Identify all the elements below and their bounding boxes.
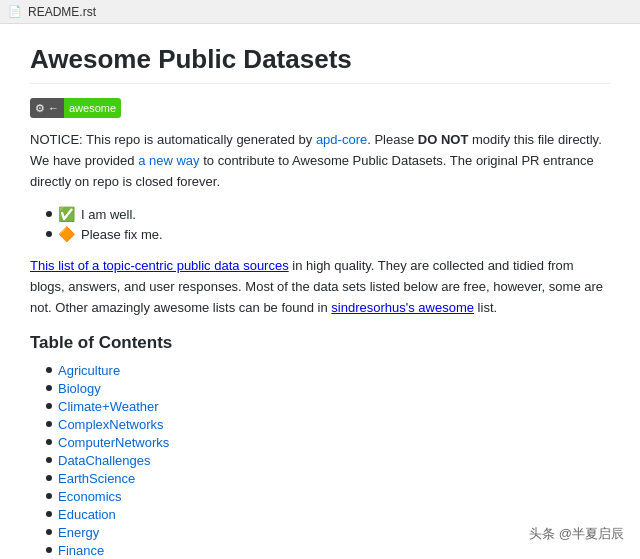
new-way-link[interactable]: a new way [138,153,199,168]
toc-bullet [46,529,52,535]
description-text: This list of a topic-centric public data… [30,256,610,318]
status-list: ✅ I am well. 🔶 Please fix me. [46,206,610,242]
list-item: ComputerNetworks [46,435,610,450]
toc-link-complex[interactable]: ComplexNetworks [58,417,163,432]
list-item: Economics [46,489,610,504]
list-item: Biology [46,381,610,396]
list-item: Agriculture [46,363,610,378]
check-emoji: ✅ [58,206,75,222]
toc-link-earth[interactable]: EarthScience [58,471,135,486]
bullet-dot [46,211,52,217]
toc-bullet [46,385,52,391]
badge-left: ⚙ ← [30,98,64,118]
badge-icon: ⚙ [35,102,45,115]
apd-core-link[interactable]: apd-core [316,132,367,147]
notice-bold: DO NOT [418,132,469,147]
toc-link-biology[interactable]: Biology [58,381,101,396]
fix-text: Please fix me. [81,227,163,242]
watermark: 头条 @半夏启辰 [529,525,624,543]
toc-link-climate[interactable]: Climate+Weather [58,399,159,414]
toc-link-education[interactable]: Education [58,507,116,522]
well-text: I am well. [81,207,136,222]
file-icon: 📄 [8,5,22,18]
notice-middle: . Please [367,132,418,147]
list-item: DataChallenges [46,453,610,468]
title-bar: 📄 README.rst [0,0,640,24]
notice-prefix: NOTICE: This repo is automatically gener… [30,132,316,147]
sindresorhus-link[interactable]: sindresorhus's awesome [331,300,474,315]
list-item: Energy [46,525,610,540]
notice-text: NOTICE: This repo is automatically gener… [30,130,610,192]
toc-link-finance[interactable]: Finance [58,543,104,558]
title-bar-label: README.rst [28,5,96,19]
list-item: EarthScience [46,471,610,486]
toc-link-energy[interactable]: Energy [58,525,99,540]
badge-right-text: awesome [64,98,121,118]
toc-link-agriculture[interactable]: Agriculture [58,363,120,378]
badge-area: ⚙ ← awesome [30,98,610,118]
toc-list: Agriculture Biology Climate+Weather Comp… [46,363,610,559]
toc-bullet [46,367,52,373]
list-item: Finance [46,543,610,558]
toc-bullet [46,421,52,427]
list-item-fix: 🔶 Please fix me. [46,226,610,242]
topic-centric-link[interactable]: This list of a topic-centric public data… [30,258,289,273]
toc-link-data[interactable]: DataChallenges [58,453,151,468]
main-content: Awesome Public Datasets ⚙ ← awesome NOTI… [0,24,640,559]
toc-bullet [46,439,52,445]
toc-bullet [46,493,52,499]
warning-emoji: 🔶 [58,226,75,242]
toc-link-computer[interactable]: ComputerNetworks [58,435,169,450]
list-item-well: ✅ I am well. [46,206,610,222]
toc-link-economics[interactable]: Economics [58,489,122,504]
toc-bullet [46,475,52,481]
toc-bullet [46,511,52,517]
awesome-badge: ⚙ ← awesome [30,98,121,118]
list-item: Education [46,507,610,522]
bullet-dot-2 [46,231,52,237]
page-title: Awesome Public Datasets [30,44,610,84]
badge-left-text: ← [48,102,59,114]
list-item: ComplexNetworks [46,417,610,432]
desc-suffix: list. [474,300,497,315]
toc-bullet [46,547,52,553]
toc-bullet [46,457,52,463]
list-item: Climate+Weather [46,399,610,414]
toc-heading: Table of Contents [30,333,610,353]
toc-bullet [46,403,52,409]
